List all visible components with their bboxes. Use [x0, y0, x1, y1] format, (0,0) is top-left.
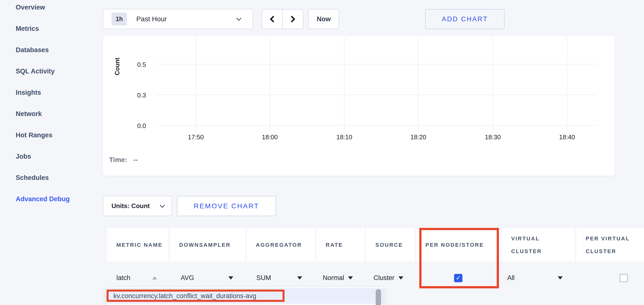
sidebar-item-overview[interactable]: Overview [16, 4, 70, 11]
caret-down-icon [398, 276, 403, 280]
source-value: Cluster [374, 274, 394, 282]
downsampler-select[interactable]: AVG [170, 269, 245, 287]
sidebar-item-insights[interactable]: Insights [16, 89, 70, 96]
previous-time-button[interactable] [262, 9, 282, 29]
header-per-node-store: PER NODE/STORE [416, 228, 500, 262]
per-virtual-cluster-checkbox[interactable]: ✓ [620, 274, 628, 282]
caret-down-icon [558, 276, 563, 280]
y-tick-label: 0.0 [132, 122, 146, 130]
gridline [156, 64, 597, 64]
gridline [344, 37, 344, 131]
gridline [156, 94, 597, 95]
gridline [156, 125, 597, 126]
metric-name-value: latch [116, 274, 130, 282]
header-downsampler: DOWNSAMPLER [170, 228, 245, 262]
virtual-cluster-value: All [507, 274, 514, 282]
sidebar-item-jobs[interactable]: Jobs [16, 153, 70, 160]
aggregator-select[interactable]: SUM [246, 269, 315, 287]
metric-row: latch AVG SUM Normal Cluster ✓ All ✓ [107, 269, 644, 287]
units-dropdown-label: Units: Count [112, 202, 150, 210]
hover-time-value: -- [133, 156, 138, 164]
x-tick-label: 17:50 [181, 133, 210, 141]
sidebar: Overview Metrics Databases SQL Activity … [16, 4, 70, 202]
metric-option-highlighted[interactable]: kv.concurrency.latch_conflict_wait_durat… [106, 288, 383, 304]
y-tick-label: 0.3 [132, 91, 146, 99]
rate-value: Normal [323, 274, 344, 282]
x-tick-label: 18:20 [404, 133, 433, 141]
x-tick-label: 18:30 [478, 133, 508, 141]
x-tick-label: 18:10 [330, 133, 359, 141]
header-metric-name: METRIC NAME [107, 228, 168, 262]
sidebar-item-databases[interactable]: Databases [16, 46, 70, 53]
metric-name-select[interactable]: latch [107, 269, 168, 287]
chevron-right-icon [288, 16, 295, 22]
scrollbar-thumb[interactable] [376, 289, 381, 305]
caret-up-icon [152, 276, 157, 280]
gridline [492, 37, 493, 131]
caret-down-icon [348, 276, 353, 280]
chevron-down-icon [236, 16, 242, 21]
header-per-virtual-cluster: PER VIRTUAL CLUSTER [576, 228, 644, 262]
next-time-button[interactable] [282, 9, 304, 29]
source-select[interactable]: Cluster [366, 269, 415, 287]
units-dropdown[interactable]: Units: Count [103, 196, 172, 216]
sidebar-item-advanced-debug[interactable]: Advanced Debug [16, 196, 70, 202]
caret-down-icon [297, 276, 302, 280]
header-source: SOURCE [366, 228, 415, 262]
metrics-table-header: METRIC NAME DOWNSAMPLER AGGREGATOR RATE … [107, 228, 644, 262]
hover-time-readout: Time: -- [109, 156, 138, 164]
y-axis-label: Count [114, 55, 121, 78]
per-node-store-checkbox[interactable]: ✓ [454, 274, 462, 282]
per-virtual-cluster-cell: ✓ [576, 269, 644, 287]
time-range-label: Past Hour [136, 15, 167, 23]
aggregator-value: SUM [256, 274, 271, 282]
chevron-down-icon [160, 203, 165, 208]
hover-time-label: Time: [109, 156, 127, 164]
gridline [418, 37, 418, 131]
metric-name-dropdown: kv.concurrency.latch_conflict_wait_durat… [106, 287, 384, 305]
chevron-left-icon [270, 16, 277, 22]
time-range-selector[interactable]: 1h Past Hour [103, 9, 253, 29]
virtual-cluster-select[interactable]: All [502, 269, 575, 287]
remove-chart-button[interactable]: REMOVE CHART [177, 196, 276, 216]
sidebar-item-sql-activity[interactable]: SQL Activity [16, 68, 70, 75]
gridline [196, 37, 196, 131]
add-chart-button[interactable]: ADD CHART [425, 9, 504, 29]
sidebar-item-metrics[interactable]: Metrics [16, 25, 70, 32]
sidebar-item-schedules[interactable]: Schedules [16, 174, 70, 181]
header-aggregator: AGGREGATOR [246, 228, 315, 262]
checkmark-icon: ✓ [456, 275, 461, 281]
x-tick-label: 18:00 [255, 133, 284, 141]
y-tick-label: 0.5 [132, 61, 146, 68]
sidebar-item-hot-ranges[interactable]: Hot Ranges [16, 132, 70, 139]
header-virtual-cluster: VIRTUAL CLUSTER [502, 228, 575, 262]
x-tick-label: 18:40 [552, 133, 582, 141]
caret-down-icon [228, 276, 233, 280]
gridline [567, 37, 567, 131]
per-node-store-cell: ✓ [416, 269, 500, 287]
downsampler-value: AVG [180, 274, 194, 282]
time-range-badge: 1h [112, 12, 127, 25]
time-step-controls [262, 9, 304, 29]
gridline [270, 37, 270, 131]
sidebar-item-network[interactable]: Network [16, 110, 70, 117]
now-button[interactable]: Now [308, 9, 339, 29]
custom-chart-panel: Count 0.5 0.3 0.0 17:50 18:00 18:10 18:2… [103, 35, 615, 176]
header-rate: RATE [316, 228, 365, 262]
rate-select[interactable]: Normal [316, 269, 365, 287]
